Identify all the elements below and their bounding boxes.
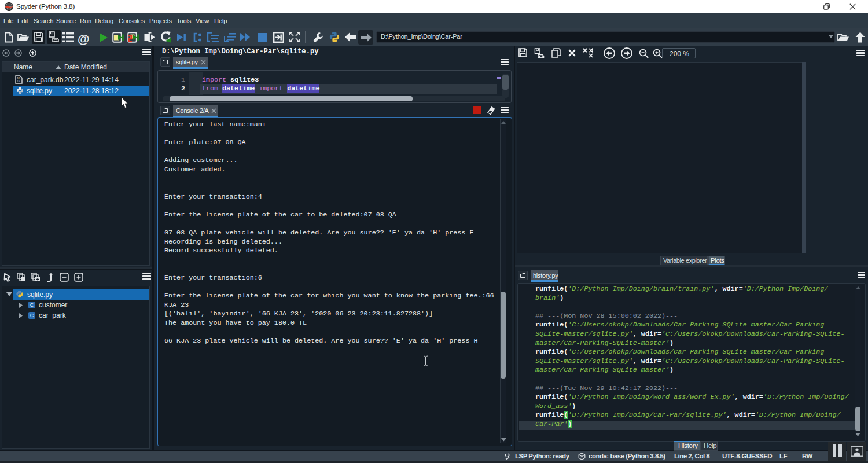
- svg-text:10: 10: [17, 80, 20, 83]
